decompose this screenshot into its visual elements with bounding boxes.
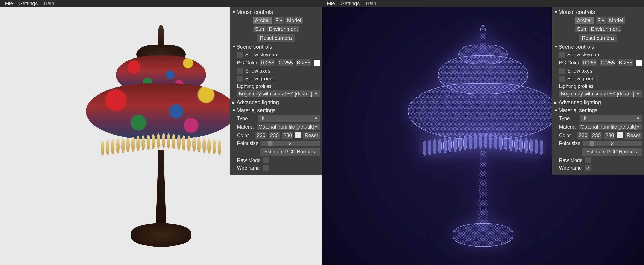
- material-color-swatch[interactable]: [618, 132, 623, 138]
- show-skymap-label: Show skymap: [245, 52, 277, 58]
- mouse-mode-model[interactable]: Model: [285, 17, 303, 24]
- menubar: File Settings Help: [0, 0, 322, 7]
- section-material-settings[interactable]: ▼Material settings: [554, 106, 642, 114]
- section-advanced-lighting[interactable]: ▶Advanced lighting: [554, 98, 642, 106]
- show-ground-label: Show ground: [567, 76, 598, 82]
- chevron-right-icon: ▶: [232, 100, 235, 105]
- mouse-mode-environment[interactable]: Environment: [267, 26, 300, 33]
- raw-mode-label: Raw Mode: [559, 158, 583, 163]
- show-ground-row: Show ground: [554, 75, 642, 83]
- menubar: File Settings Help: [322, 0, 644, 7]
- estimate-normals-button[interactable]: Estimate PCD Normals: [582, 148, 642, 156]
- reset-color-button[interactable]: Reset: [625, 132, 642, 139]
- chevron-down-icon: ▼: [554, 108, 557, 113]
- type-dropdown[interactable]: Lit▼: [580, 115, 642, 122]
- color-g-input[interactable]: 230: [591, 132, 602, 139]
- bg-b-input[interactable]: B:255: [296, 59, 312, 66]
- reset-color-button[interactable]: Reset: [303, 132, 320, 139]
- chevron-down-icon: ▼: [314, 91, 318, 96]
- menu-settings[interactable]: Settings: [16, 0, 41, 7]
- menu-settings[interactable]: Settings: [338, 0, 363, 7]
- checkbox[interactable]: [559, 52, 565, 58]
- color-label: Color: [237, 133, 253, 138]
- show-axes-row: Show axes: [232, 67, 320, 75]
- checkbox[interactable]: [237, 76, 243, 82]
- menu-file[interactable]: File: [2, 0, 16, 7]
- chevron-down-icon: ▼: [554, 45, 557, 49]
- estimate-normals-button[interactable]: Estimate PCD Normals: [260, 148, 320, 156]
- color-label: Color: [559, 133, 575, 138]
- menu-file[interactable]: File: [324, 0, 338, 7]
- bg-r-input[interactable]: R:255: [260, 59, 276, 66]
- material-color-swatch[interactable]: [296, 132, 301, 138]
- show-skymap-label: Show skymap: [567, 52, 599, 58]
- show-axes-label: Show axes: [567, 68, 592, 74]
- show-skymap-row: Show skymap: [554, 51, 642, 59]
- chevron-down-icon: ▼: [636, 116, 640, 121]
- point-size-value: 3: [289, 141, 292, 146]
- type-label: Type: [237, 116, 256, 121]
- checkbox[interactable]: [263, 165, 269, 171]
- bg-g-input[interactable]: G:255: [278, 59, 294, 66]
- mouse-mode-model[interactable]: Model: [607, 17, 625, 24]
- mouse-mode-sun[interactable]: Sun: [575, 26, 588, 33]
- checkbox[interactable]: [237, 68, 243, 74]
- bg-r-input[interactable]: R:255: [582, 59, 598, 66]
- mouse-mode-fly[interactable]: Fly: [274, 17, 284, 24]
- mouse-mode-sun[interactable]: Sun: [253, 26, 266, 33]
- material-label: Material: [237, 124, 254, 130]
- section-advanced-lighting[interactable]: ▶Advanced lighting: [232, 98, 320, 106]
- reset-camera-button[interactable]: Reset camera: [579, 34, 617, 42]
- mouse-mode-environment[interactable]: Environment: [589, 26, 622, 33]
- wireframe-label: Wireframe: [559, 165, 583, 171]
- lighting-profiles-label: Lighting profiles: [232, 83, 320, 90]
- checkbox[interactable]: [559, 76, 565, 82]
- chevron-right-icon: ▶: [554, 100, 557, 105]
- checkbox[interactable]: ✓: [585, 165, 591, 171]
- show-skymap-row: Show skymap: [232, 51, 320, 59]
- mouse-mode-arcball[interactable]: Arcball: [575, 17, 594, 24]
- section-material-settings[interactable]: ▼Material settings: [232, 106, 320, 114]
- color-b-input[interactable]: 230: [604, 132, 615, 139]
- controls-sidebar: ▼Mouse controlsArcballFlyModelSunEnviron…: [552, 7, 644, 175]
- color-r-input[interactable]: 230: [578, 132, 588, 139]
- type-dropdown[interactable]: Lit▼: [258, 115, 320, 122]
- color-r-input[interactable]: 230: [256, 132, 266, 139]
- section-scene-controls[interactable]: ▼Scene controls: [554, 43, 642, 51]
- checkbox[interactable]: [585, 157, 591, 163]
- mouse-mode-fly[interactable]: Fly: [596, 17, 606, 24]
- color-g-input[interactable]: 230: [269, 132, 280, 139]
- section-scene-controls[interactable]: ▼Scene controls: [232, 43, 320, 51]
- point-size-slider[interactable]: 3: [582, 141, 642, 146]
- lighting-profile-dropdown[interactable]: Bright day with sun at +Y [default]▼: [559, 91, 642, 97]
- lighting-profiles-label: Lighting profiles: [554, 83, 642, 90]
- show-axes-label: Show axes: [245, 68, 270, 74]
- chevron-down-icon: ▼: [232, 10, 235, 15]
- pane-right: File Settings Help ▼Mouse controlsArcbal…: [322, 0, 644, 265]
- chevron-down-icon: ▼: [232, 45, 235, 49]
- chevron-down-icon: ▼: [314, 116, 318, 121]
- menu-help[interactable]: Help: [362, 0, 379, 7]
- lighting-profile-dropdown[interactable]: Bright day with sun at +Y [default]▼: [237, 91, 320, 97]
- point-size-value: 3: [611, 141, 614, 146]
- point-size-slider[interactable]: 3: [260, 141, 320, 146]
- material-dropdown[interactable]: Material from file [default]▼: [257, 124, 320, 130]
- bg-b-input[interactable]: B:255: [618, 59, 634, 66]
- checkbox[interactable]: [263, 157, 269, 163]
- material-dropdown[interactable]: Material from file [default]▼: [579, 124, 642, 130]
- color-b-input[interactable]: 230: [282, 132, 293, 139]
- model-lamp: [86, 25, 236, 247]
- bg-color-swatch[interactable]: [314, 60, 320, 66]
- bg-color-swatch[interactable]: [636, 60, 642, 66]
- show-ground-label: Show ground: [245, 76, 276, 82]
- checkbox[interactable]: [237, 52, 243, 58]
- mouse-mode-arcball[interactable]: Arcball: [253, 17, 272, 24]
- reset-camera-button[interactable]: Reset camera: [257, 34, 295, 42]
- bg-g-input[interactable]: G:255: [600, 59, 616, 66]
- section-mouse-controls[interactable]: ▼Mouse controls: [554, 8, 642, 16]
- checkbox[interactable]: [559, 68, 565, 74]
- chevron-down-icon: ▼: [636, 124, 640, 129]
- menu-help[interactable]: Help: [40, 0, 57, 7]
- section-mouse-controls[interactable]: ▼Mouse controls: [232, 8, 320, 16]
- point-size-label: Point size: [237, 141, 258, 146]
